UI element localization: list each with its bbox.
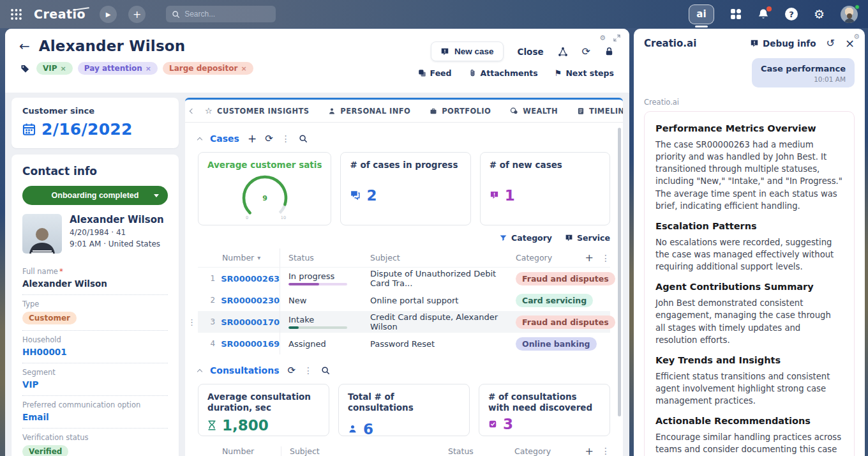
- table-row[interactable]: 4SR00000169 Assigned Password Reset Onli…: [198, 333, 610, 354]
- tag-vip[interactable]: VIP×: [36, 62, 73, 75]
- app-grid-icon[interactable]: [10, 8, 22, 20]
- field-full-name[interactable]: Full name* Alexander Wilson: [22, 262, 168, 295]
- case-number-link[interactable]: SR00000169: [221, 339, 280, 349]
- column-subject[interactable]: Subject: [281, 446, 448, 456]
- household-link[interactable]: HH00001: [22, 347, 168, 357]
- ai-section: Agent Contributions Summary John Best de…: [655, 282, 843, 346]
- tab-wealth[interactable]: WEALTH: [502, 100, 566, 122]
- help-icon[interactable]: ?: [785, 8, 798, 20]
- satisfaction-gauge-card[interactable]: Average customer satis 9 0 10: [198, 152, 331, 225]
- reset-chat-icon[interactable]: ↺: [827, 38, 835, 49]
- collapse-icon[interactable]: [197, 369, 202, 374]
- chevron-down-icon: [154, 194, 159, 197]
- service-filter[interactable]: Service: [565, 233, 610, 243]
- case-icon: [565, 234, 573, 242]
- global-search[interactable]: [166, 6, 276, 22]
- required-marker: *: [59, 267, 63, 276]
- coins-icon: [510, 107, 518, 115]
- avg-duration-card[interactable]: Average consultation duration, sec 1,800: [198, 384, 329, 436]
- next-steps-button[interactable]: ⚑ Next steps: [555, 68, 614, 78]
- tabs-scroll-left-icon[interactable]: [190, 108, 195, 113]
- cases-in-progress-card[interactable]: # of cases in progress 2: [340, 152, 470, 225]
- row-actions-icon[interactable]: ⋮: [188, 317, 196, 327]
- star-icon: ☆: [205, 106, 213, 116]
- case-number-link[interactable]: SR00000170: [221, 317, 280, 327]
- ai-section: Escalation Patterns No escalations were …: [655, 221, 843, 273]
- field-type[interactable]: Type Customer: [22, 295, 168, 331]
- more-actions-icon[interactable]: ⋮: [281, 133, 290, 144]
- back-button[interactable]: ←: [19, 38, 30, 54]
- communication-link[interactable]: Email: [22, 412, 168, 422]
- collapse-icon[interactable]: [197, 137, 202, 142]
- table-settings-icon[interactable]: ⋮: [601, 446, 610, 456]
- add-record-button[interactable]: +: [128, 6, 146, 23]
- creatio-ai-toggle[interactable]: ai: [689, 4, 714, 24]
- add-case-icon[interactable]: +: [248, 133, 257, 144]
- column-number[interactable]: Number: [198, 446, 281, 456]
- ai-panel-title: Creatio.ai: [644, 38, 696, 49]
- top-navbar: Creatio ▶ + ai ? ⚙: [0, 0, 868, 28]
- feed-button[interactable]: Feed: [418, 68, 452, 78]
- user-avatar[interactable]: [841, 6, 858, 23]
- case-number-link[interactable]: SR00000230: [221, 296, 280, 305]
- refresh-icon[interactable]: ⟳: [288, 366, 296, 376]
- refresh-icon[interactable]: ⟳: [265, 134, 273, 144]
- expand-icon[interactable]: [613, 34, 620, 42]
- column-number[interactable]: Number▾: [198, 253, 280, 262]
- tag-large-depositor[interactable]: Large depositor×: [163, 62, 253, 75]
- total-consultations-card[interactable]: Total # of consultations 6: [338, 384, 470, 436]
- category-filter[interactable]: Category: [499, 233, 552, 243]
- lock-icon[interactable]: [604, 47, 614, 56]
- settings-gear-icon[interactable]: ⚙: [814, 8, 825, 20]
- field-segment[interactable]: Segment VIP: [22, 363, 168, 396]
- need-discovered-value: 3: [503, 416, 513, 432]
- column-status[interactable]: Status: [448, 446, 514, 456]
- refresh-icon[interactable]: ⟳: [582, 45, 590, 57]
- field-household[interactable]: Household HH00001: [22, 331, 168, 363]
- tag-pay-attention[interactable]: Pay attention×: [78, 62, 158, 75]
- total-consultations-value: 6: [363, 421, 373, 437]
- close-button[interactable]: Close: [518, 47, 544, 57]
- timeline-doc-icon: [577, 107, 585, 115]
- customer-since-card: Customer since 2/16/2022: [11, 98, 179, 148]
- more-actions-icon[interactable]: ⋮: [304, 365, 313, 376]
- panel-settings-gear-icon[interactable]: ⚙: [853, 33, 860, 41]
- new-cases-card[interactable]: # of new cases 1: [480, 152, 610, 225]
- tag-remove-icon[interactable]: ×: [241, 65, 246, 73]
- column-subject[interactable]: Subject: [370, 253, 516, 262]
- search-input[interactable]: [184, 10, 261, 19]
- tab-customer-insights[interactable]: ☆ CUSTOMER INSIGHTS: [197, 100, 317, 122]
- process-icon[interactable]: [558, 47, 568, 57]
- debug-info-button[interactable]: Debug info: [750, 38, 816, 49]
- tag-remove-icon[interactable]: ×: [61, 65, 66, 73]
- add-column-icon[interactable]: +: [585, 445, 594, 456]
- segment-link[interactable]: VIP: [22, 379, 168, 390]
- attachments-button[interactable]: Attachments: [468, 68, 538, 78]
- onboarding-status-button[interactable]: Onboarding completed: [22, 186, 168, 205]
- search-icon[interactable]: [299, 134, 308, 143]
- notifications-bell-icon[interactable]: [758, 8, 769, 20]
- column-status[interactable]: Status: [280, 248, 370, 267]
- new-case-button[interactable]: New case: [431, 42, 504, 61]
- search-icon[interactable]: [321, 366, 330, 375]
- tab-personal-info[interactable]: PERSONAL INFO: [320, 100, 419, 122]
- field-verification-status[interactable]: Verification status Verified: [22, 429, 168, 456]
- workplaces-icon[interactable]: [730, 8, 742, 20]
- tab-timeline[interactable]: TIMELINE: [569, 100, 623, 122]
- table-row[interactable]: 2SR00000230 New Online portal support Ca…: [198, 289, 610, 311]
- tag-remove-icon[interactable]: ×: [146, 65, 151, 73]
- need-discovered-card[interactable]: # of consultations with need discovered …: [479, 384, 610, 436]
- field-preferred-communication[interactable]: Preferred communication option Email: [22, 396, 168, 429]
- cases-section-link[interactable]: Cases: [210, 133, 239, 144]
- profile-sidebar: Customer since 2/16/2022 Contact info On…: [11, 98, 179, 456]
- type-badge: Customer: [22, 312, 77, 324]
- vertical-scrollbar[interactable]: [618, 128, 621, 416]
- table-settings-icon[interactable]: ⋮: [601, 253, 610, 263]
- case-number-link[interactable]: SR00000263: [221, 274, 280, 284]
- table-row[interactable]: 1SR00000263 In progress Dispute of Unaut…: [198, 268, 610, 289]
- table-row-selected[interactable]: ⋮ 3SR00000170 Intake Credit Card dispute…: [198, 311, 610, 333]
- tab-portfolio[interactable]: PORTFOLIO: [421, 100, 499, 122]
- add-column-icon[interactable]: +: [585, 252, 594, 264]
- run-process-button[interactable]: ▶: [100, 6, 117, 23]
- consultations-section-link[interactable]: Consultations: [210, 365, 280, 376]
